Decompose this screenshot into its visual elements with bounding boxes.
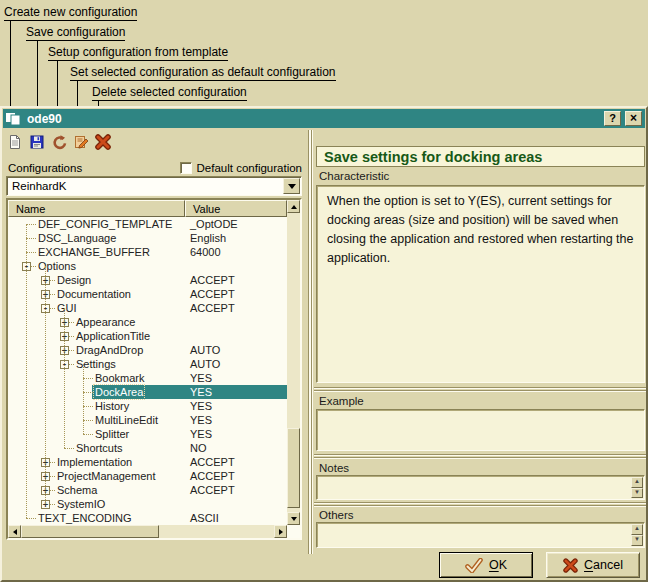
tree-row[interactable]: SchemaACCEPT — [8, 483, 287, 497]
toolbar — [2, 129, 302, 156]
tree-row[interactable]: DSC_LanguageEnglish — [8, 231, 287, 245]
configurations-row: Configurations Default configuration — [8, 160, 302, 175]
triangle-up-icon[interactable]: ▲ — [631, 524, 643, 535]
new-configuration-button[interactable] — [5, 132, 25, 152]
ok-label: OK — [489, 558, 507, 572]
horizontal-scroll-thumb[interactable] — [21, 525, 159, 538]
tree-connector — [83, 392, 93, 393]
tree-row[interactable]: ProjectManagementACCEPT — [8, 469, 287, 483]
annotation-save-configuration: Save configuration — [26, 25, 125, 39]
tree-item-name: ApplicationTitle — [76, 330, 150, 342]
scroll-left-button[interactable] — [8, 525, 21, 538]
tree-row[interactable]: SettingsAUTO — [8, 357, 287, 371]
tree-row[interactable]: DesignACCEPT — [8, 273, 287, 287]
delete-configuration-button[interactable] — [93, 132, 113, 152]
tree-connector — [64, 448, 74, 449]
tree-row[interactable]: ImplementationACCEPT — [8, 455, 287, 469]
tree-item-name: Shortcuts — [76, 442, 122, 454]
tree-row[interactable]: GUIACCEPT — [8, 301, 287, 315]
new-configuration-icon — [7, 134, 23, 150]
tree-item-value: YES — [190, 428, 212, 440]
tree-connector — [26, 238, 36, 239]
section-splitter[interactable] — [314, 502, 646, 507]
tree-item-value: ACCEPT — [190, 274, 235, 286]
default-configuration-checkbox[interactable] — [180, 162, 192, 174]
tree-connector — [26, 224, 36, 225]
tree-row[interactable]: ShortcutsNO — [8, 441, 287, 455]
configuration-select[interactable]: ReinhardK — [6, 176, 302, 196]
annotation-set-default-configuration: Set selected configuration as default co… — [70, 65, 336, 79]
set-default-configuration-icon — [73, 134, 89, 150]
annotation-delete-configuration: Delete selected configuration — [92, 85, 247, 99]
triangle-down-icon[interactable]: ▼ — [631, 535, 643, 546]
triangle-right-icon — [279, 529, 286, 535]
save-configuration-button[interactable] — [27, 132, 47, 152]
tree-row[interactable]: HistoryYES — [8, 399, 287, 413]
panel-splitter[interactable] — [308, 130, 313, 554]
tree-row[interactable]: Appearance — [8, 315, 287, 329]
tree-item-value: 64000 — [190, 246, 221, 258]
tree-item-name: Schema — [57, 484, 97, 496]
tree-item-name: DragAndDrop — [76, 344, 143, 356]
vertical-scroll-thumb[interactable] — [287, 428, 300, 508]
tree-item-name: DSC_Language — [38, 232, 116, 244]
chevron-down-icon — [288, 184, 296, 193]
tree-row[interactable]: Options — [8, 259, 287, 273]
ok-button[interactable]: OK — [439, 552, 533, 578]
tree-row[interactable]: BookmarkYES — [8, 371, 287, 385]
tree-item-name: Splitter — [95, 428, 129, 440]
tree-item-value: ACCEPT — [190, 302, 235, 314]
column-header-name[interactable]: Name — [8, 200, 185, 217]
tree-row[interactable]: DragAndDropAUTO — [8, 343, 287, 357]
tree-row[interactable]: DockAreaYES — [8, 385, 287, 399]
annotation-create-new-configuration: Create new configuration — [4, 5, 137, 19]
tree-row[interactable]: SystemIO — [8, 497, 287, 511]
help-button[interactable]: ? — [604, 111, 621, 126]
tree-item-name: SystemIO — [57, 498, 105, 510]
tree-row[interactable]: DEF_CONFIG_TEMPLATE_OptODE — [8, 217, 287, 231]
tree-connector — [83, 420, 93, 421]
others-scrollbar[interactable]: ▲▼ — [631, 524, 643, 546]
column-header-value[interactable]: Value — [185, 200, 287, 217]
delete-configuration-icon — [95, 134, 111, 150]
tree-item-value: ACCEPT — [190, 288, 235, 300]
tree-row[interactable]: TEXT_ENCODINGASCII — [8, 511, 287, 525]
tree-row[interactable]: EXCHANGE_BUFFER64000 — [8, 245, 287, 259]
tree-row[interactable]: ApplicationTitle — [8, 329, 287, 343]
cancel-button[interactable]: Cancel — [546, 552, 640, 578]
triangle-down-icon[interactable]: ▼ — [631, 488, 643, 499]
section-splitter[interactable] — [314, 387, 646, 392]
tree-item-value: ASCII — [190, 512, 219, 524]
scroll-right-button[interactable] — [274, 525, 287, 538]
tree-item-name: Options — [38, 260, 76, 272]
tree-row[interactable]: SplitterYES — [8, 427, 287, 441]
horizontal-scrollbar[interactable] — [8, 525, 287, 538]
combo-dropdown-button[interactable] — [283, 178, 300, 194]
triangle-left-icon — [10, 529, 17, 535]
tree-item-value: NO — [190, 442, 207, 454]
tree-connector — [83, 434, 93, 435]
tree-row[interactable]: DocumentationACCEPT — [8, 287, 287, 301]
tree-item-value: YES — [190, 386, 212, 398]
others-label: Others — [319, 509, 354, 521]
tree-row[interactable]: MultiLineEditYES — [8, 413, 287, 427]
scroll-down-button[interactable] — [287, 512, 300, 525]
set-default-configuration-button[interactable] — [71, 132, 91, 152]
vertical-scrollbar[interactable] — [287, 200, 300, 525]
dialog-window: ode90 ? × — [0, 106, 648, 582]
tree-item-name: EXCHANGE_BUFFER — [38, 246, 150, 258]
default-configuration-label: Default configuration — [197, 162, 302, 174]
notes-scrollbar[interactable]: ▲▼ — [631, 477, 643, 498]
tree-item-name: Appearance — [76, 316, 135, 328]
configuration-selected-value: ReinhardK — [7, 180, 283, 192]
section-splitter[interactable] — [314, 454, 646, 459]
cancel-label: Cancel — [584, 558, 623, 572]
setup-from-template-button[interactable] — [49, 132, 69, 152]
save-configuration-icon — [29, 134, 45, 150]
close-button[interactable]: × — [625, 111, 642, 126]
title-bar[interactable]: ode90 ? × — [3, 109, 645, 128]
triangle-up-icon[interactable]: ▲ — [631, 477, 643, 488]
tree-item-value: AUTO — [190, 344, 220, 356]
scroll-up-button[interactable] — [287, 200, 300, 213]
tree-item-name: Bookmark — [95, 372, 145, 384]
